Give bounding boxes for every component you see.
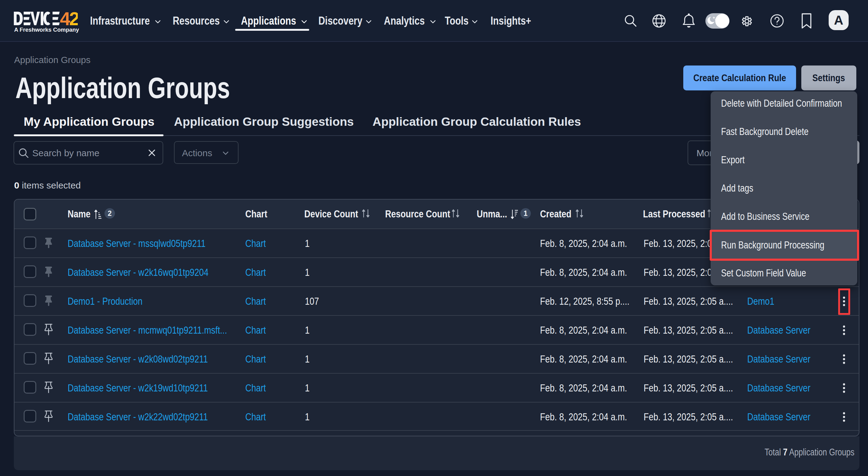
svg-text:2: 2 bbox=[69, 12, 78, 25]
svg-text:4: 4 bbox=[60, 12, 70, 25]
